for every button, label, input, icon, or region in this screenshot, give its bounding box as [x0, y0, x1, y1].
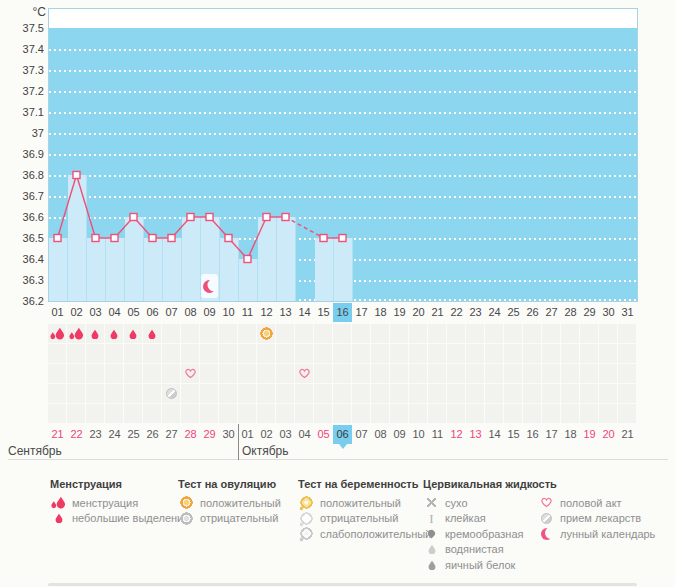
event-cell[interactable] — [409, 384, 427, 403]
event-cell[interactable] — [124, 404, 142, 423]
event-cell[interactable] — [48, 364, 66, 383]
calendar-day-label[interactable]: 16 — [523, 425, 542, 444]
cycle-day-label[interactable]: 09 — [200, 303, 219, 322]
event-cell[interactable] — [466, 324, 484, 343]
event-cell[interactable] — [390, 344, 408, 363]
calendar-day-label[interactable]: 23 — [86, 425, 105, 444]
event-cell[interactable] — [485, 364, 503, 383]
horizontal-scrollbar[interactable] — [48, 583, 637, 586]
event-cell[interactable] — [428, 324, 446, 343]
calendar-day-label[interactable]: 05 — [314, 425, 333, 444]
cycle-day-label[interactable]: 08 — [181, 303, 200, 322]
calendar-day-label[interactable]: 15 — [504, 425, 523, 444]
event-cell[interactable] — [580, 344, 598, 363]
event-cell[interactable] — [124, 384, 142, 403]
event-cell[interactable] — [48, 404, 66, 423]
event-cell[interactable] — [390, 324, 408, 343]
event-cell[interactable] — [447, 364, 465, 383]
calendar-day-label[interactable]: 14 — [485, 425, 504, 444]
event-cell[interactable] — [580, 384, 598, 403]
calendar-day-label[interactable]: 06 — [333, 425, 352, 444]
event-cell[interactable] — [295, 344, 313, 363]
event-cell[interactable] — [257, 364, 275, 383]
event-cell[interactable] — [618, 344, 636, 363]
event-cell[interactable] — [162, 344, 180, 363]
cycle-day-label[interactable]: 17 — [352, 303, 371, 322]
event-cell[interactable] — [542, 364, 560, 383]
event-cell[interactable] — [409, 324, 427, 343]
event-cell[interactable] — [390, 404, 408, 423]
cycle-day-label[interactable]: 06 — [143, 303, 162, 322]
event-cell[interactable] — [428, 404, 446, 423]
event-cell[interactable] — [124, 364, 142, 383]
event-cell[interactable] — [219, 364, 237, 383]
event-cell[interactable] — [143, 384, 161, 403]
event-cell[interactable] — [276, 384, 294, 403]
event-cell[interactable] — [257, 324, 275, 343]
event-cell[interactable] — [67, 364, 85, 383]
cycle-day-label[interactable]: 13 — [276, 303, 295, 322]
event-cell[interactable] — [276, 364, 294, 383]
event-cell[interactable] — [542, 384, 560, 403]
event-cell[interactable] — [295, 324, 313, 343]
event-cell[interactable] — [105, 364, 123, 383]
calendar-day-label[interactable]: 02 — [257, 425, 276, 444]
event-cell[interactable] — [67, 384, 85, 403]
event-cell[interactable] — [219, 384, 237, 403]
event-cell[interactable] — [48, 384, 66, 403]
calendar-day-label[interactable]: 08 — [371, 425, 390, 444]
calendar-day-label[interactable]: 11 — [428, 425, 447, 444]
event-cell[interactable] — [447, 324, 465, 343]
calendar-day-label[interactable]: 18 — [561, 425, 580, 444]
event-cell[interactable] — [276, 404, 294, 423]
event-cell[interactable] — [352, 324, 370, 343]
event-cell[interactable] — [181, 324, 199, 343]
event-cell[interactable] — [162, 364, 180, 383]
event-cell[interactable] — [352, 364, 370, 383]
cycle-day-label[interactable]: 02 — [67, 303, 86, 322]
event-cell[interactable] — [542, 324, 560, 343]
event-cell[interactable] — [352, 384, 370, 403]
event-cell[interactable] — [162, 404, 180, 423]
event-cell[interactable] — [580, 364, 598, 383]
event-cell[interactable] — [504, 384, 522, 403]
event-cell[interactable] — [428, 384, 446, 403]
cycle-day-label[interactable]: 30 — [599, 303, 618, 322]
event-cell[interactable] — [466, 364, 484, 383]
calendar-day-label[interactable]: 26 — [143, 425, 162, 444]
event-cell[interactable] — [314, 364, 332, 383]
event-cell[interactable] — [371, 404, 389, 423]
event-cell[interactable] — [200, 384, 218, 403]
cycle-day-label[interactable]: 25 — [504, 303, 523, 322]
event-cell[interactable] — [124, 324, 142, 343]
calendar-day-label[interactable]: 17 — [542, 425, 561, 444]
event-cell[interactable] — [447, 344, 465, 363]
event-cell[interactable] — [542, 344, 560, 363]
event-cell[interactable] — [219, 344, 237, 363]
event-cell[interactable] — [523, 344, 541, 363]
event-cell[interactable] — [295, 384, 313, 403]
cycle-day-label[interactable]: 21 — [428, 303, 447, 322]
event-cell[interactable] — [295, 364, 313, 383]
event-cell[interactable] — [504, 364, 522, 383]
cycle-day-label[interactable]: 31 — [618, 303, 637, 322]
event-cell[interactable] — [485, 344, 503, 363]
event-cell[interactable] — [143, 344, 161, 363]
cycle-day-label[interactable]: 14 — [295, 303, 314, 322]
calendar-day-label[interactable]: 04 — [295, 425, 314, 444]
cycle-day-label[interactable]: 10 — [219, 303, 238, 322]
event-cell[interactable] — [371, 324, 389, 343]
cycle-day-label[interactable]: 28 — [561, 303, 580, 322]
event-cell[interactable] — [333, 364, 351, 383]
event-cell[interactable] — [409, 404, 427, 423]
event-cell[interactable] — [599, 324, 617, 343]
event-cell[interactable] — [542, 404, 560, 423]
event-cell[interactable] — [219, 324, 237, 343]
calendar-day-label[interactable]: 25 — [124, 425, 143, 444]
event-cell[interactable] — [504, 324, 522, 343]
event-cell[interactable] — [181, 384, 199, 403]
calendar-day-label[interactable]: 10 — [409, 425, 428, 444]
event-cell[interactable] — [618, 324, 636, 343]
event-cell[interactable] — [276, 344, 294, 363]
event-cell[interactable] — [181, 344, 199, 363]
